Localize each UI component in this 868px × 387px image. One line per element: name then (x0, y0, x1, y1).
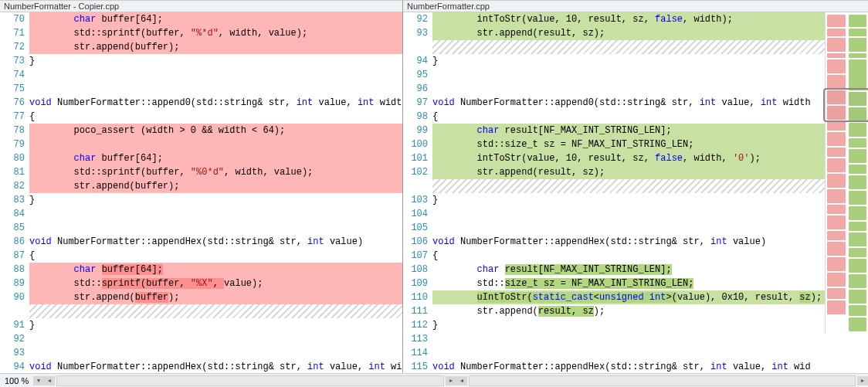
code-line[interactable]: } (29, 54, 402, 68)
zoom-dropdown-icon[interactable]: ▾ (33, 376, 44, 385)
code-line[interactable]: str.append(buffer); (29, 40, 402, 54)
code-line[interactable]: char buffer[64]; (29, 263, 402, 277)
pane-title-left: NumberFormatter - Copier.cpp (0, 1, 402, 12)
code-line[interactable]: str.append(result, sz); (432, 304, 825, 318)
code-line[interactable]: char buffer[64]; (29, 12, 402, 26)
overview-viewport-indicator[interactable] (823, 88, 868, 122)
code-line[interactable]: { (29, 110, 402, 124)
code-line[interactable]: str.append(buffer); (29, 290, 402, 304)
code-line[interactable] (432, 346, 825, 360)
code-line[interactable] (29, 137, 402, 151)
gutter-left: 7071727374757677787980818283848586878889… (0, 12, 29, 373)
hscroll-right-left-arrow[interactable]: ◂ (456, 376, 467, 385)
overview-map[interactable] (825, 12, 868, 373)
code-line[interactable] (432, 82, 825, 96)
code-line[interactable] (432, 207, 825, 221)
code-line[interactable]: intToStr(value, 10, result, sz, false, w… (432, 151, 825, 165)
code-line[interactable]: std::sprintf(buffer, "%X", value); (29, 277, 402, 290)
code-line[interactable]: { (432, 110, 825, 124)
code-line[interactable]: } (29, 193, 402, 207)
overview-col-right[interactable] (849, 15, 867, 331)
code-line[interactable] (29, 207, 402, 221)
diff-pane-right: NumberFormatter.cpp 9293 949596979899100… (403, 1, 868, 373)
hscroll-right-right-arrow[interactable]: ▸ (857, 376, 868, 385)
code-line[interactable] (29, 332, 402, 346)
code-line[interactable]: char buffer[64]; (29, 151, 402, 165)
lines-right[interactable]: intToStr(value, 10, result, sz, false, w… (432, 12, 825, 373)
status-bar: 100 % ▾ ◂ ▸ ◂ ▸ (0, 373, 868, 387)
hscroll-left-right-arrow[interactable]: ▸ (446, 376, 456, 385)
code-line[interactable]: void NumberFormatter::appendHex(std::str… (432, 235, 825, 249)
code-line[interactable]: void NumberFormatter::append0(std::strin… (432, 96, 825, 110)
hscroll-left-arrow[interactable]: ◂ (44, 376, 55, 385)
code-line[interactable]: str.append(buffer); (29, 179, 402, 193)
code-line[interactable]: std::size_t sz = NF_MAX_INT_STRING_LEN; (432, 277, 825, 290)
code-line[interactable]: } (432, 193, 825, 207)
code-line[interactable]: void NumberFormatter::appendHex(std::str… (432, 360, 825, 373)
code-line[interactable] (29, 346, 402, 360)
code-line[interactable]: std::sprintf(buffer, "%*d", width, value… (29, 26, 402, 40)
code-line[interactable]: void NumberFormatter::append0(std::strin… (29, 96, 402, 110)
lines-left[interactable]: char buffer[64]; std::sprintf(buffer, "%… (29, 12, 402, 373)
code-line[interactable] (432, 68, 825, 82)
code-line[interactable] (29, 68, 402, 82)
pane-title-right: NumberFormatter.cpp (403, 1, 868, 12)
code-line[interactable]: } (432, 54, 825, 68)
code-line[interactable]: intToStr(value, 10, result, sz, false, w… (432, 12, 825, 26)
overview-col-left[interactable] (827, 15, 846, 331)
code-line[interactable] (29, 221, 402, 235)
code-line[interactable] (432, 221, 825, 235)
code-line[interactable]: std::sprintf(buffer, "%0*d", width, valu… (29, 165, 402, 179)
code-line[interactable]: { (29, 249, 402, 263)
diff-pane-left: NumberFormatter - Copier.cpp 70717273747… (0, 1, 403, 373)
hscroll-right-track[interactable] (469, 375, 856, 386)
code-line[interactable]: void NumberFormatter::appendHex(std::str… (29, 360, 402, 373)
code-area-left[interactable]: 7071727374757677787980818283848586878889… (0, 12, 402, 373)
zoom-level[interactable]: 100 % (0, 376, 33, 385)
code-line[interactable]: void NumberFormatter::appendHex(std::str… (29, 235, 402, 249)
code-area-right[interactable]: 9293 949596979899100101102 1031041051061… (403, 12, 868, 373)
code-line[interactable]: str.append(result, sz); (432, 26, 825, 40)
hscroll-left-track[interactable] (56, 375, 443, 386)
code-line[interactable]: } (29, 318, 402, 332)
code-line[interactable]: } (432, 318, 825, 332)
code-line[interactable]: str.append(result, sz); (432, 165, 825, 179)
code-line[interactable]: char result[NF_MAX_INT_STRING_LEN]; (432, 124, 825, 137)
code-line[interactable]: uIntToStr(static_cast<unsigned int>(valu… (432, 290, 825, 304)
code-line[interactable]: poco_assert (width > 0 && width < 64); (29, 124, 402, 137)
code-line[interactable] (29, 82, 402, 96)
code-line[interactable] (432, 332, 825, 346)
code-line[interactable]: std::size_t sz = NF_MAX_INT_STRING_LEN; (432, 137, 825, 151)
gutter-right: 9293 949596979899100101102 1031041051061… (403, 12, 432, 373)
code-line[interactable]: { (432, 249, 825, 263)
code-line[interactable]: char result[NF_MAX_INT_STRING_LEN]; (432, 263, 825, 277)
